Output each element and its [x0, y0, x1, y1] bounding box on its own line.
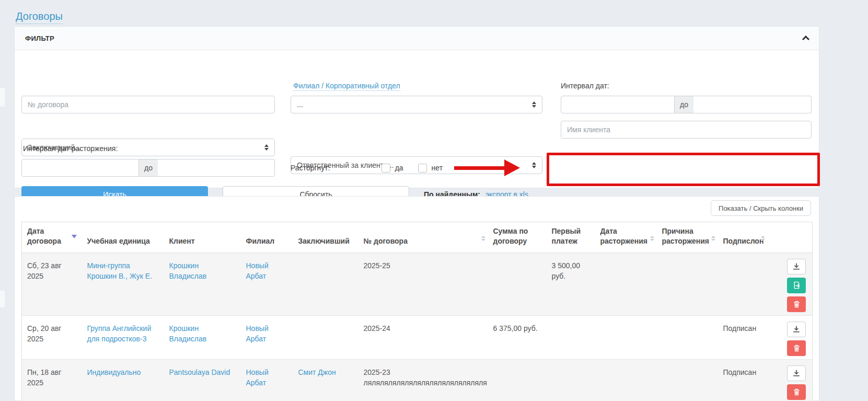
- branch-link[interactable]: Новый Арбат: [246, 368, 269, 387]
- contracts-table: Дата договора Учебная единица Клиент Фил…: [21, 222, 813, 401]
- branch-department-link[interactable]: Филиал / Корпоративный отдел: [293, 82, 400, 91]
- cell-client: Крошкин Владислав: [164, 315, 241, 359]
- delete-button[interactable]: [787, 340, 806, 356]
- table-header-row: Дата договора Учебная единица Клиент Фил…: [22, 222, 813, 253]
- branch-link[interactable]: Новый Арбат: [246, 261, 269, 280]
- contract-number-input[interactable]: [21, 96, 275, 113]
- unit-link[interactable]: Группа Английский для подростков-3: [87, 324, 152, 343]
- trash-icon: [793, 301, 800, 308]
- select-caret-icon: [264, 144, 269, 151]
- date-to-input[interactable]: [693, 96, 812, 113]
- sort-icon: [761, 236, 765, 241]
- terminated-no-checkbox[interactable]: [418, 164, 427, 173]
- column-header-client[interactable]: Клиент: [164, 222, 241, 253]
- column-header-termination-reason[interactable]: Причина расторжения: [657, 222, 718, 253]
- download-icon: [793, 326, 800, 333]
- unit-link[interactable]: Индивидуально: [87, 368, 141, 376]
- contracts-page: { "page": { "title": "Договоры" }, "colo…: [0, 0, 868, 401]
- filter-title: ФИЛЬТР: [25, 35, 54, 42]
- column-header-contract-number[interactable]: № договора: [358, 222, 488, 253]
- cell-first-payment: [547, 359, 595, 401]
- cell-contract-date: Ср, 20 авг 2025: [22, 315, 82, 359]
- sort-icon: [650, 236, 654, 241]
- export-doc-icon: [793, 281, 801, 289]
- download-button[interactable]: [787, 259, 806, 274]
- contracts-table-panel: Показать / Скрыть колонки Дата договора …: [14, 196, 819, 401]
- cell-client: Pantsoulaya David: [164, 359, 241, 401]
- annotation-arrow: [454, 166, 505, 170]
- cell-concluded-by: [293, 253, 358, 315]
- page-title[interactable]: Договоры: [16, 10, 63, 24]
- cell-termination-reason: [657, 359, 718, 401]
- cell-branch: Новый Арбат: [241, 359, 293, 401]
- termination-date-from-input[interactable]: [21, 159, 139, 177]
- column-header-termination-date[interactable]: Дата расторжения: [595, 222, 657, 253]
- toggle-columns-button[interactable]: Показать / Скрыть колонки: [711, 200, 811, 216]
- client-link[interactable]: Pantsoulaya David: [169, 368, 230, 376]
- left-rail-segment: [0, 88, 5, 107]
- cell-contract-date: Пн, 18 авг 2025: [22, 359, 82, 401]
- date-interval-label: Интервал дат:: [561, 82, 609, 90]
- table-row: Сб, 23 авг 2025 Мини-группа Крошкин В., …: [22, 253, 813, 315]
- client-link[interactable]: Крошкин Владислав: [169, 324, 207, 343]
- concluded-by-link[interactable]: Смит Джон: [298, 368, 336, 376]
- cell-termination-date: [595, 359, 657, 401]
- column-header-first-payment[interactable]: Первый платеж: [547, 222, 595, 253]
- annotation-highlight-box: [547, 153, 820, 186]
- cell-unit: Группа Английский для подростков-3: [82, 315, 164, 359]
- cell-first-payment: 3 500,00 руб.: [547, 253, 595, 315]
- column-header-branch[interactable]: Филиал: [241, 222, 293, 253]
- cell-contract-number: 2025-24: [358, 315, 488, 359]
- table-row: Пн, 18 авг 2025 Индивидуально Pantsoulay…: [22, 359, 813, 401]
- branch-select[interactable]: ...: [291, 96, 542, 113]
- termination-interval-label: Интервал дат расторжения:: [23, 144, 118, 153]
- branch-link[interactable]: Новый Арбат: [246, 324, 269, 343]
- column-header-contract-date[interactable]: Дата договора: [22, 222, 82, 253]
- sort-icon: [711, 236, 715, 241]
- terminated-label: Расторгнут:: [291, 164, 330, 172]
- termination-date-to-addon: до: [139, 159, 158, 177]
- cell-concluded-by: [293, 315, 358, 359]
- terminated-yes-checkbox[interactable]: [381, 164, 390, 173]
- date-from-input[interactable]: [561, 96, 675, 113]
- cell-podpislon-status: [718, 253, 768, 315]
- filter-panel: ФИЛЬТР Филиал / Корпоративный отдел ... …: [14, 26, 819, 188]
- branch-select-value: ...: [297, 100, 303, 109]
- sort-icon: [481, 236, 485, 241]
- date-interval-group: до: [561, 96, 812, 113]
- column-header-concluded-by[interactable]: Заключивший: [293, 222, 358, 253]
- termination-interval-group: до: [21, 159, 275, 177]
- cell-termination-reason: [657, 315, 718, 359]
- delete-button[interactable]: [787, 296, 806, 312]
- client-name-input[interactable]: [561, 121, 812, 139]
- column-header-actions: [768, 222, 813, 253]
- termination-date-to-input[interactable]: [158, 159, 275, 177]
- delete-button[interactable]: [787, 384, 806, 400]
- cell-unit: Индивидуально: [82, 359, 164, 401]
- filter-body: Филиал / Корпоративный отдел ... Интерва…: [15, 50, 819, 188]
- cell-termination-date: [595, 315, 657, 359]
- annotation-arrow-head-icon: [504, 159, 520, 176]
- cell-podpislon-status: Подписан: [718, 315, 768, 359]
- cell-termination-reason: [657, 253, 718, 315]
- date-to-addon: до: [675, 96, 693, 113]
- column-header-podpislon[interactable]: Подпислон: [718, 222, 768, 253]
- column-header-amount[interactable]: Сумма по договору: [488, 222, 547, 253]
- cell-contract-number: 2025-25: [358, 253, 488, 315]
- collapse-chevron-icon[interactable]: [802, 36, 809, 43]
- download-button[interactable]: [787, 322, 806, 337]
- cell-amount: [488, 253, 547, 315]
- cell-branch: Новый Арбат: [241, 253, 293, 315]
- column-header-unit[interactable]: Учебная единица: [82, 222, 164, 253]
- select-caret-icon: [532, 162, 536, 168]
- filter-panel-header: ФИЛЬТР: [15, 27, 819, 50]
- download-icon: [793, 370, 800, 377]
- send-button[interactable]: [787, 278, 806, 293]
- cell-branch: Новый Арбат: [241, 315, 293, 359]
- terminated-yes-label: да: [395, 164, 403, 172]
- cell-contract-number: 2025-23 ляляляляляляляляляляляляляляля: [358, 359, 488, 401]
- cell-first-payment: [547, 315, 595, 359]
- unit-link[interactable]: Мини-группа Крошкин В., Жук Е.: [87, 261, 153, 280]
- download-button[interactable]: [787, 365, 806, 381]
- client-link[interactable]: Крошкин Владислав: [169, 261, 207, 280]
